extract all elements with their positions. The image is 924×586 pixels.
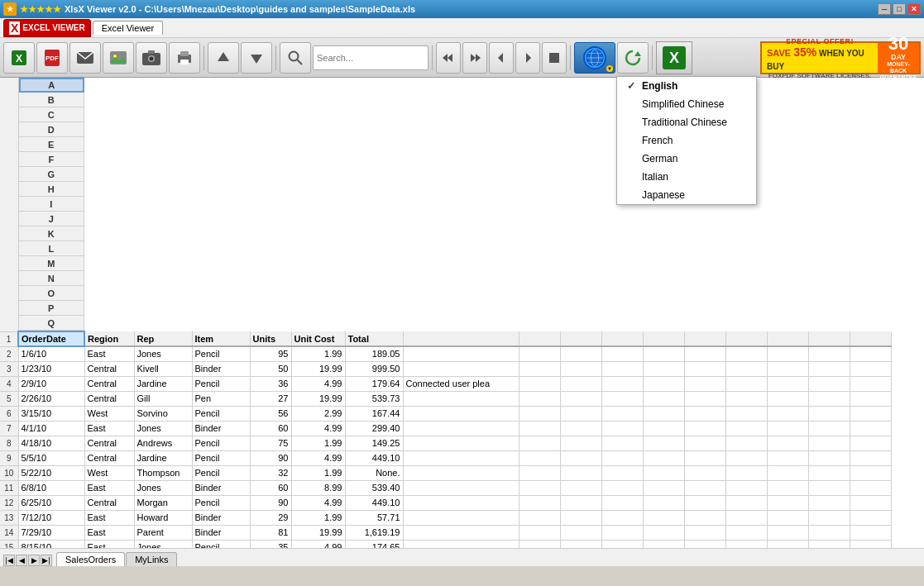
cell-k[interactable] (601, 450, 643, 465)
cell-rep[interactable]: Gill (134, 391, 192, 406)
cell-p[interactable] (808, 465, 850, 480)
col-letter-i[interactable]: I (19, 197, 85, 212)
cell-p[interactable] (808, 510, 850, 525)
cell-rep[interactable]: Kivell (134, 361, 192, 376)
cell-p[interactable] (808, 436, 850, 450)
cell-region[interactable]: Central (84, 436, 134, 450)
cell-k[interactable] (601, 361, 643, 376)
cell-h[interactable] (403, 480, 519, 495)
cell-unitcost[interactable]: 1.99 (291, 465, 345, 480)
cell-unitcost[interactable]: 4.99 (291, 450, 345, 465)
cell-unitcost[interactable]: 4.99 (291, 376, 345, 391)
cell-m[interactable] (684, 421, 725, 436)
spreadsheet-body[interactable]: A B C D E F G H I J K L M N O P Q (0, 78, 924, 548)
cell-k[interactable] (601, 376, 643, 391)
cell-rep[interactable]: Jones (134, 346, 192, 361)
cell-h[interactable]: Connected user plea (403, 376, 519, 391)
cell-item[interactable]: Binder (192, 525, 250, 540)
cell-q[interactable] (850, 465, 891, 480)
cell-h[interactable] (403, 450, 519, 465)
cell-unitcost[interactable]: 19.99 (291, 525, 345, 540)
cell-p[interactable] (808, 421, 850, 436)
cell-i[interactable] (519, 450, 560, 465)
cell-m[interactable] (684, 450, 725, 465)
cell-region[interactable]: East (84, 525, 134, 540)
tab-nav-last[interactable]: ▶| (41, 555, 52, 566)
cell-item[interactable]: Binder (192, 480, 250, 495)
cell-p[interactable] (808, 376, 850, 391)
cell-rep[interactable]: Andrews (134, 436, 192, 450)
search-input[interactable] (313, 45, 428, 70)
cell-unitcost[interactable]: 8.99 (291, 480, 345, 495)
header-region[interactable]: Region (84, 331, 134, 346)
cell-m[interactable] (684, 465, 725, 480)
lang-item-english[interactable]: ✓ English (617, 77, 756, 95)
cell-l[interactable] (643, 391, 684, 406)
cell-q[interactable] (850, 480, 891, 495)
cell-region[interactable]: Central (84, 361, 134, 376)
cell-units[interactable]: 75 (250, 436, 291, 450)
cell-region[interactable]: West (84, 465, 134, 480)
cell-m[interactable] (684, 525, 725, 540)
cell-total[interactable]: 167.44 (345, 406, 403, 421)
cell-o[interactable] (767, 421, 808, 436)
row-num-cell[interactable]: 7 (0, 421, 18, 436)
close-button[interactable]: ✕ (907, 3, 921, 15)
camera-button[interactable] (136, 42, 167, 74)
cell-h[interactable] (403, 436, 519, 450)
cell-total[interactable]: 539.40 (345, 480, 403, 495)
cell-rep[interactable]: Jones (134, 421, 192, 436)
cell-units[interactable]: 56 (250, 406, 291, 421)
cell-units[interactable]: 32 (250, 465, 291, 480)
cell-rep[interactable]: Howard (134, 510, 192, 525)
cell-j[interactable] (560, 421, 601, 436)
cell-total[interactable]: 449.10 (345, 495, 403, 510)
cell-q[interactable] (850, 391, 891, 406)
cell-h[interactable] (403, 465, 519, 480)
cell-unitcost[interactable]: 4.99 (291, 540, 345, 548)
cell-n[interactable] (725, 540, 767, 548)
col-letter-e[interactable]: E (19, 137, 85, 152)
cell-l[interactable] (643, 480, 684, 495)
cell-i[interactable] (519, 361, 560, 376)
cell-total[interactable]: 539.73 (345, 391, 403, 406)
cell-l[interactable] (643, 376, 684, 391)
col-letter-g[interactable]: G (19, 167, 85, 182)
cell-n[interactable] (725, 480, 767, 495)
search-button[interactable] (280, 42, 311, 74)
scroll-down-button[interactable] (241, 42, 272, 74)
cell-l[interactable] (643, 525, 684, 540)
header-item[interactable]: Item (192, 331, 250, 346)
cell-p[interactable] (808, 495, 850, 510)
cell-j[interactable] (560, 450, 601, 465)
cell-i[interactable] (519, 540, 560, 548)
cell-q[interactable] (850, 450, 891, 465)
cell-total[interactable]: 449.10 (345, 450, 403, 465)
lang-item-simplified-chinese[interactable]: Simplified Chinese (617, 95, 756, 113)
row-num-cell[interactable]: 9 (0, 450, 18, 465)
cell-rep[interactable]: Jardine (134, 376, 192, 391)
cell-o[interactable] (767, 510, 808, 525)
cell-k[interactable] (601, 346, 643, 361)
cell-q[interactable] (850, 495, 891, 510)
nav-first-button[interactable] (436, 42, 461, 74)
cell-m[interactable] (684, 376, 725, 391)
cell-l[interactable] (643, 495, 684, 510)
cell-date[interactable]: 7/12/10 (18, 510, 84, 525)
excel-logo-button[interactable]: X EXCEL VIEWER (3, 19, 91, 37)
cell-unitcost[interactable]: 19.99 (291, 391, 345, 406)
cell-j[interactable] (560, 510, 601, 525)
cell-q[interactable] (850, 421, 891, 436)
cell-units[interactable]: 81 (250, 525, 291, 540)
cell-region[interactable]: Central (84, 376, 134, 391)
pdf-button[interactable]: PDF (36, 42, 68, 74)
nav-last-button[interactable] (462, 42, 487, 74)
cell-q[interactable] (850, 525, 891, 540)
cell-units[interactable]: 50 (250, 361, 291, 376)
cell-i[interactable] (519, 465, 560, 480)
cell-j[interactable] (560, 406, 601, 421)
cell-q[interactable] (850, 346, 891, 361)
cell-k[interactable] (601, 510, 643, 525)
cell-date[interactable]: 7/29/10 (18, 525, 84, 540)
cell-region[interactable]: Central (84, 495, 134, 510)
